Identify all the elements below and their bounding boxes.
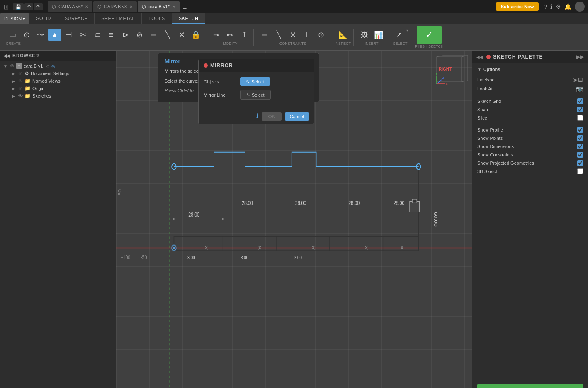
offset-tool[interactable]: ⊂: [90, 29, 104, 41]
pattern-tool[interactable]: ≡: [104, 29, 118, 41]
tab-cara-b8[interactable]: ⬡ CARA B v8 ✕: [93, 1, 137, 12]
dialog-mirrorline-select-button[interactable]: ↖ Select: [240, 90, 271, 100]
constr-tool3[interactable]: ✕: [286, 29, 299, 41]
tab-cara-b8-close[interactable]: ✕: [129, 5, 133, 9]
toolbar-tab-solid[interactable]: SOLID: [29, 13, 58, 24]
namedviews-eye-icon[interactable]: 👁: [18, 78, 23, 83]
toolbar-tab-sheetmetal[interactable]: SHEET METAL: [95, 13, 142, 24]
tab-cara-b1[interactable]: ⬡ cara B v1* ✕: [138, 1, 180, 12]
linetype-icon2[interactable]: ⊟: [578, 76, 583, 83]
select-label: SELECT: [393, 41, 408, 46]
circle-tool[interactable]: ⊙: [20, 29, 33, 41]
dialog-close-dot[interactable]: [204, 63, 208, 68]
showpoints-checkbox[interactable]: [577, 135, 583, 141]
dialog-ok-button[interactable]: OK: [262, 112, 282, 121]
dialog-info-icon[interactable]: ℹ: [256, 112, 258, 121]
origin-eye-icon[interactable]: 👁: [18, 86, 23, 91]
cross-tool[interactable]: ✕: [175, 29, 188, 41]
toolbar-tab-sketch[interactable]: SKETCH: [172, 13, 206, 24]
tab-cara-b1-close[interactable]: ✕: [172, 5, 175, 9]
tab-cara-a[interactable]: ⬡ CARA A v6* ✕: [48, 1, 92, 12]
mirror-tool[interactable]: ⊳: [119, 29, 132, 41]
trim-tool[interactable]: ✂: [76, 29, 90, 41]
rectangle-tool[interactable]: ▭: [6, 29, 19, 41]
showprofile-checkbox[interactable]: [577, 127, 583, 133]
constr-tool5[interactable]: ⊙: [314, 29, 328, 41]
polygon-tool[interactable]: ▲: [48, 29, 61, 41]
browser-item-docsettings[interactable]: ▶ 👁 ⚙ Document Settings: [10, 70, 114, 77]
toolbar-tab-tools[interactable]: TOOLS: [142, 13, 172, 24]
root-expand-icon: ▼: [3, 64, 8, 68]
constr-tool2[interactable]: ╲: [272, 29, 285, 41]
palette-header[interactable]: ◀◀ SKETCH PALETTE ▶▶: [472, 51, 588, 63]
arc-tool[interactable]: 〜: [34, 29, 47, 41]
modify-tool1[interactable]: ⊸: [209, 29, 223, 41]
insert-tool1[interactable]: 🖼: [358, 29, 371, 41]
subscribe-button[interactable]: Subscribe Now: [496, 2, 539, 11]
circle2-tool[interactable]: ⊘: [133, 29, 146, 41]
help-icon[interactable]: ?: [544, 3, 547, 10]
browser-item-origin[interactable]: ▶ 👁 📁 Origin: [10, 85, 114, 92]
palette-expand-icon[interactable]: ▶▶: [576, 54, 584, 60]
diag-tool[interactable]: ╲: [161, 29, 174, 41]
slice-checkbox[interactable]: [577, 115, 583, 121]
dialog-objects-label: Objects: [204, 79, 237, 84]
lookat-icon[interactable]: 📷: [576, 85, 583, 92]
dialog-cancel-button[interactable]: Cancel: [285, 112, 309, 121]
info-icon[interactable]: ℹ: [550, 3, 552, 10]
3dsketch-checkbox[interactable]: [577, 168, 583, 174]
root-eye-icon[interactable]: 👁: [10, 63, 15, 68]
constr-tool1[interactable]: ═: [258, 29, 271, 41]
constr-tool4[interactable]: ⊥: [300, 29, 313, 41]
design-dropdown-button[interactable]: DESIGN ▾: [0, 13, 29, 24]
save-button[interactable]: 💾: [13, 3, 24, 10]
palette-row-3dsketch: 3D Sketch: [477, 167, 583, 176]
snap-checkbox[interactable]: [577, 107, 583, 112]
line-tool[interactable]: ⊣: [62, 29, 75, 41]
select-tool1[interactable]: ↗: [392, 29, 406, 41]
inspect-tool1[interactable]: 📐: [336, 29, 350, 41]
modify-tool3[interactable]: ⊺: [238, 29, 251, 41]
palette-collapse-icon[interactable]: ◀◀: [476, 55, 483, 59]
svg-text:RIGHT: RIGHT: [439, 67, 452, 71]
lock-tool[interactable]: 🔒: [189, 29, 202, 41]
view-cube[interactable]: RIGHT X Y Z: [435, 55, 468, 88]
palette-divider1: [477, 95, 583, 95]
docsettings-eye-icon[interactable]: 👁: [18, 71, 23, 76]
svg-text:-100: -100: [121, 254, 131, 261]
settings-icon[interactable]: ⚙: [556, 3, 561, 10]
dialog-objects-select-button[interactable]: ↖ Select: [240, 77, 270, 86]
sketchgrid-checkbox[interactable]: [577, 98, 583, 104]
cursor2-icon: ↖: [246, 92, 250, 98]
showconstraints-label: Show Constraints: [477, 152, 577, 157]
browser-collapse-icon[interactable]: ◀◀: [3, 54, 10, 58]
modify-tool2[interactable]: ⊷: [224, 29, 237, 41]
3dsketch-label: 3D Sketch: [477, 169, 577, 174]
showprojected-checkbox[interactable]: [577, 160, 583, 166]
insert-tool2[interactable]: 📊: [372, 29, 385, 41]
linetype-icon1[interactable]: ⊱: [573, 76, 578, 83]
user-avatar[interactable]: [575, 2, 585, 12]
redo-button[interactable]: ↷: [34, 3, 43, 10]
finish-sketch-tool-btn[interactable]: ✓: [417, 26, 442, 44]
origin-label: Origin: [32, 86, 44, 91]
showdimensions-checkbox[interactable]: [577, 144, 583, 149]
finish-sketch-button[interactable]: Finish Sketch: [477, 384, 583, 388]
tab-cara-b8-label: CARA B v8: [104, 4, 127, 9]
toolbar-tab-surface[interactable]: SURFACE: [58, 13, 95, 24]
palette-options-header[interactable]: ▼ Options: [477, 67, 583, 72]
tab-add-button[interactable]: +: [180, 5, 189, 12]
browser-item-root[interactable]: ▼ 👁 □ cara B v1 ⚙ ◎: [2, 62, 114, 70]
browser-item-sketches[interactable]: ▶ 👁 📁 Sketches: [10, 92, 114, 100]
canvas-area[interactable]: Mirror Mirrors the selected sketch curve…: [116, 51, 472, 388]
create-label: CREATE: [6, 41, 202, 46]
undo-button[interactable]: ↶: [24, 3, 33, 10]
notification-icon[interactable]: 🔔: [564, 3, 571, 10]
showconstraints-checkbox[interactable]: [577, 152, 583, 158]
browser-item-namedviews[interactable]: ▶ 👁 📁 Named Views: [10, 77, 114, 85]
select-arrow-icon[interactable]: ▾: [406, 29, 408, 41]
tab-cara-a-close[interactable]: ✕: [85, 5, 88, 9]
root-gear-icon[interactable]: ⚙: [46, 64, 50, 68]
sketches-eye-icon[interactable]: 👁: [18, 93, 23, 98]
equal-tool[interactable]: ═: [147, 29, 160, 41]
